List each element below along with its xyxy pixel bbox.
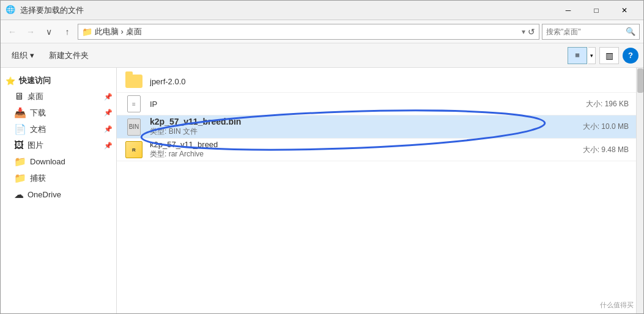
help-button[interactable]: ?: [623, 48, 638, 64]
sidebar-item-documents[interactable]: 📄 文档 📌: [1, 121, 116, 137]
desktop-icon: 🖥: [14, 91, 24, 102]
star-icon: ⭐: [6, 76, 15, 86]
sidebar-item-capture[interactable]: 📁 捕获: [1, 170, 116, 186]
back-button[interactable]: ←: [4, 24, 20, 40]
scrollbar-thumb[interactable]: [637, 68, 643, 93]
sidebar: ⭐ 快速访问 🖥 桌面 📌 📥 下载 📌 📄 文档 📌 🖼 图片 📌 📁 Dow…: [1, 68, 117, 314]
toolbar: 组织 ▾ 新建文件夹 ≡ ▾ ▥ ?: [1, 43, 643, 68]
pin-icon-pictures: 📌: [104, 142, 113, 150]
address-bar: ← → ∨ ↑ 📁 此电脑 › 桌面 ▾ ↺ 🔍: [1, 20, 643, 43]
search-icon: 🔍: [626, 27, 635, 36]
maximize-button[interactable]: □: [582, 1, 610, 20]
watermark: 什么值得买: [600, 301, 634, 310]
downloads-icon: 📥: [14, 107, 26, 119]
title-bar-title: 选择要加载的文件: [20, 5, 554, 16]
up-button[interactable]: ↑: [59, 24, 75, 40]
minimize-button[interactable]: ─: [554, 1, 582, 20]
file-row-breed-bin[interactable]: BIN k2p_57_v11_breed.bin 类型: BIN 文件 大小: …: [117, 115, 636, 139]
file-list: jperf-2.0.0 IP 大小: 196 KB BIN k2p_57_v11…: [117, 68, 636, 314]
address-refresh-button[interactable]: ↺: [528, 27, 535, 37]
view-buttons: ≡ ▾ ▥ ?: [568, 47, 638, 64]
file-info-breed-bin: k2p_57_v11_breed.bin 类型: BIN 文件: [150, 117, 574, 137]
search-wrapper[interactable]: 🔍: [542, 24, 640, 40]
address-input[interactable]: 📁 此电脑 › 桌面 ▾ ↺: [78, 24, 539, 40]
download-folder-icon: 📁: [14, 156, 26, 167]
new-folder-button[interactable]: 新建文件夹: [43, 46, 95, 65]
list-view-button[interactable]: ≡: [568, 47, 587, 64]
address-path-text: 此电脑 › 桌面: [95, 26, 519, 37]
scrollbar[interactable]: [636, 68, 643, 314]
pin-icon-documents: 📌: [104, 125, 113, 133]
file-row-jperf[interactable]: jperf-2.0.0: [117, 70, 636, 93]
pane-view-button[interactable]: ▥: [599, 47, 619, 64]
folder-icon-jperf: [124, 71, 144, 91]
close-button[interactable]: ✕: [610, 1, 638, 20]
file-info-ip: IP: [150, 100, 574, 109]
pin-icon-desktop: 📌: [104, 93, 113, 101]
document-icon-ip: [124, 94, 144, 114]
organize-button[interactable]: 组织 ▾: [6, 46, 40, 65]
pictures-icon: 🖼: [14, 140, 24, 151]
rar-icon-breed: R: [124, 140, 144, 159]
sidebar-item-pictures[interactable]: 🖼 图片 📌: [1, 137, 116, 153]
address-folder-icon: 📁: [82, 27, 92, 37]
title-bar: 🌐 选择要加载的文件 ─ □ ✕: [1, 1, 643, 20]
bin-icon-breed: BIN: [124, 117, 144, 137]
forward-button[interactable]: →: [23, 24, 39, 40]
view-dropdown-button[interactable]: ▾: [588, 47, 596, 64]
chevron-button[interactable]: ∨: [41, 24, 57, 40]
capture-icon: 📁: [14, 172, 26, 184]
file-row-breed-rar[interactable]: R k2p_57_v11_breed 类型: rar Archive 大小: 9…: [117, 139, 636, 161]
search-input[interactable]: [546, 27, 623, 36]
quick-access-header: ⭐ 快速访问: [1, 73, 116, 89]
file-row-ip[interactable]: IP 大小: 196 KB: [117, 93, 636, 115]
onedrive-icon: ☁: [14, 189, 24, 200]
main-content: ⭐ 快速访问 🖥 桌面 📌 📥 下载 📌 📄 文档 📌 🖼 图片 📌 📁 Dow…: [1, 68, 643, 314]
file-info-jperf: jperf-2.0.0: [150, 77, 574, 86]
sidebar-item-desktop[interactable]: 🖥 桌面 📌: [1, 89, 116, 104]
sidebar-item-onedrive[interactable]: ☁ OneDrive: [1, 186, 116, 203]
documents-icon: 📄: [14, 123, 26, 135]
pin-icon-downloads: 📌: [104, 109, 113, 117]
file-info-breed-rar: k2p_57_v11_breed 类型: rar Archive: [150, 140, 574, 159]
sidebar-item-download-folder[interactable]: 📁 Download: [1, 153, 116, 170]
address-chevron-icon: ▾: [522, 27, 525, 36]
title-bar-icon: 🌐: [6, 5, 17, 16]
title-bar-buttons: ─ □ ✕: [554, 1, 638, 20]
sidebar-item-downloads[interactable]: 📥 下载 📌: [1, 104, 116, 121]
